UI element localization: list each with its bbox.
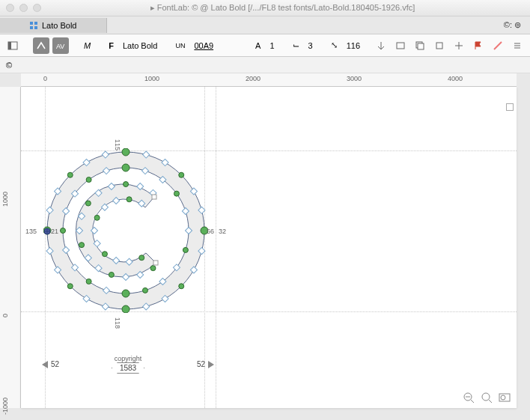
rsb-value[interactable]: 52 bbox=[197, 360, 205, 368]
right-metric-1: 56 bbox=[207, 228, 214, 235]
svg-line-11 bbox=[494, 42, 502, 49]
ruler-tick: 3000 bbox=[347, 75, 362, 82]
svg-point-40 bbox=[67, 172, 73, 177]
window-titlebar: ▸ FontLab: © @ Lato Bold [/.../FL8 test … bbox=[0, 0, 530, 16]
prev-glyph-arrow[interactable] bbox=[42, 361, 48, 368]
anchor-node[interactable] bbox=[42, 226, 52, 237]
svg-point-28 bbox=[179, 284, 184, 289]
traffic-lights bbox=[6, 4, 41, 12]
svg-point-69 bbox=[79, 243, 85, 248]
tool-button-5[interactable] bbox=[451, 37, 467, 54]
svg-point-72 bbox=[85, 201, 91, 206]
current-glyph[interactable]: © bbox=[6, 61, 12, 70]
glyph-outline[interactable] bbox=[43, 148, 208, 313]
svg-point-96 bbox=[122, 290, 130, 297]
svg-rect-89 bbox=[152, 195, 156, 199]
svg-point-52 bbox=[142, 287, 147, 293]
zoom-fit-icon[interactable] bbox=[499, 392, 511, 405]
next-glyph-arrow[interactable] bbox=[208, 361, 214, 368]
svg-line-102 bbox=[489, 400, 492, 403]
layers-icon: ⌙ bbox=[290, 40, 302, 50]
ruler-tick: 1000 bbox=[1, 192, 9, 207]
top-metric-label: 115 bbox=[114, 139, 121, 150]
svg-point-61 bbox=[86, 177, 91, 183]
more-button[interactable] bbox=[509, 37, 526, 54]
color-button[interactable] bbox=[490, 37, 506, 54]
ruler-tick: 4000 bbox=[448, 75, 463, 82]
unicode-value[interactable]: 00A9 bbox=[191, 41, 216, 50]
tool-button-4[interactable] bbox=[431, 37, 448, 54]
svg-rect-7 bbox=[397, 43, 404, 49]
svg-point-101 bbox=[482, 393, 490, 401]
window-title: ▸ FontLab: © @ Lato Bold [/.../FL8 test … bbox=[41, 3, 524, 13]
font-tab[interactable]: Lato Bold bbox=[0, 18, 107, 33]
svg-point-91 bbox=[122, 148, 130, 156]
svg-rect-5 bbox=[8, 42, 11, 49]
unicode-label: UN bbox=[172, 42, 188, 49]
svg-rect-9 bbox=[418, 43, 424, 49]
zoom-window[interactable] bbox=[33, 4, 41, 12]
tool-button-2[interactable] bbox=[392, 37, 409, 54]
zoom-in-icon[interactable] bbox=[481, 392, 493, 405]
layers-value: 3 bbox=[305, 41, 316, 50]
svg-point-87 bbox=[127, 197, 132, 202]
lsb-value[interactable]: 52 bbox=[51, 360, 59, 368]
svg-rect-10 bbox=[436, 43, 442, 49]
tab-label: Lato Bold bbox=[42, 21, 76, 30]
ruler-tick: 2000 bbox=[246, 75, 261, 82]
ruler-tick: -1000 bbox=[1, 398, 9, 415]
svg-point-34 bbox=[67, 284, 73, 289]
a-label: A bbox=[252, 41, 264, 50]
svg-rect-3 bbox=[34, 26, 37, 29]
vertical-ruler[interactable]: 0 1000 -1000 bbox=[0, 87, 21, 408]
m-label: M bbox=[81, 41, 94, 50]
glyph-name[interactable]: copyright bbox=[112, 355, 144, 362]
zoom-tools bbox=[463, 392, 511, 405]
svg-point-49 bbox=[183, 247, 188, 252]
svg-point-104 bbox=[501, 395, 505, 400]
svg-point-81 bbox=[102, 252, 107, 257]
svg-rect-1 bbox=[34, 22, 37, 25]
svg-rect-0 bbox=[30, 22, 33, 25]
a-value: 1 bbox=[266, 41, 277, 50]
glyph-bar: © bbox=[0, 57, 530, 73]
tool-button-1[interactable] bbox=[373, 37, 389, 54]
f-label: F bbox=[106, 41, 117, 50]
svg-point-55 bbox=[86, 279, 91, 284]
left-metric-label: 135 bbox=[25, 228, 37, 235]
zoom-out-icon[interactable] bbox=[463, 392, 475, 405]
horizontal-ruler[interactable]: 0 1000 2000 3000 4000 bbox=[21, 73, 517, 87]
svg-line-99 bbox=[471, 400, 474, 403]
ruler-tick: 0 bbox=[1, 314, 9, 317]
svg-point-66 bbox=[109, 272, 114, 277]
right-metric-2: 32 bbox=[219, 228, 226, 235]
tool-button-3[interactable] bbox=[412, 37, 428, 54]
svg-rect-90 bbox=[153, 261, 158, 265]
tab-right-info: ©: ⊚ bbox=[504, 20, 530, 30]
tab-bar: Lato Bold ©: ⊚ bbox=[0, 16, 530, 34]
anchors-value: 116 bbox=[344, 41, 363, 50]
minimize-window[interactable] bbox=[19, 4, 28, 12]
svg-point-75 bbox=[124, 182, 129, 187]
grid-icon bbox=[30, 22, 37, 29]
advance-width-row: 52 copyright 1583 52 bbox=[42, 355, 214, 374]
canvas-corner-icon[interactable] bbox=[506, 103, 514, 111]
glyph-canvas[interactable]: 115 118 135 21 56 32 52 copyright 1583 5… bbox=[21, 87, 517, 408]
svg-point-63 bbox=[150, 266, 156, 271]
anchors-icon: ⤡ bbox=[328, 40, 341, 50]
svg-text:AV: AV bbox=[56, 43, 64, 50]
font-name-field[interactable]: Lato Bold bbox=[120, 41, 160, 50]
guide-line[interactable] bbox=[216, 87, 216, 408]
svg-point-58 bbox=[61, 228, 66, 234]
kerning-mode-button[interactable]: AV bbox=[52, 37, 69, 54]
advance-width-value[interactable]: 1583 bbox=[112, 362, 144, 374]
panel-toggle-button[interactable] bbox=[4, 37, 21, 54]
workspace: 0 1000 2000 3000 4000 0 1000 -1000 bbox=[0, 73, 530, 420]
ruler-tick: 0 bbox=[43, 75, 47, 82]
metrics-mode-button[interactable] bbox=[33, 37, 49, 54]
svg-point-95 bbox=[122, 164, 130, 171]
flag-button[interactable] bbox=[470, 37, 487, 54]
toolbar: AV M F Lato Bold UN 00A9 A 1 ⌙ 3 ⤡ 116 bbox=[0, 34, 530, 57]
svg-point-92 bbox=[122, 305, 130, 313]
close-window[interactable] bbox=[6, 4, 14, 12]
